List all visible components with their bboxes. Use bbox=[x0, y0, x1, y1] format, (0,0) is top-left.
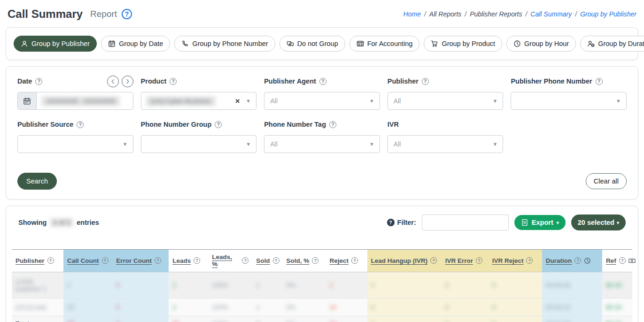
totals-cell-reject: 60 bbox=[326, 316, 367, 322]
phone-number-group-input[interactable]: ▼ bbox=[141, 135, 257, 153]
totals-cell-sold: 0 bbox=[252, 316, 282, 322]
help-icon[interactable]: ? bbox=[312, 257, 318, 264]
totals-cell-call-count: 60 bbox=[63, 316, 112, 322]
column-label: Publisher bbox=[16, 257, 45, 264]
column-label: Ref bbox=[606, 257, 616, 264]
breadcrumb-item-group-by-publisher[interactable]: Group by Publisher bbox=[580, 10, 636, 18]
toolbar-button-label: Group by Date bbox=[119, 40, 163, 47]
clear-selection-icon[interactable]: ✕ bbox=[235, 98, 240, 105]
help-icon[interactable]: ? bbox=[476, 257, 482, 264]
filter-label-text: Publisher Agent bbox=[264, 77, 316, 85]
date-next-button[interactable] bbox=[122, 76, 133, 87]
cell-value: 0 bbox=[445, 304, 449, 311]
product-input[interactable]: [141] Cyber Business✕▼ bbox=[141, 92, 257, 110]
help-icon[interactable]: ? bbox=[329, 121, 336, 128]
breadcrumb-separator: / bbox=[575, 10, 577, 18]
column-header-lead-hangup-ivr[interactable]: Lead Hangup (IVR)? bbox=[367, 250, 442, 272]
help-icon[interactable]: ? bbox=[273, 257, 279, 264]
totals-cell-ivr-reject: 0 bbox=[489, 316, 542, 322]
publisher-agent-input[interactable]: All▼ bbox=[264, 92, 380, 110]
cell-error-count: 0 bbox=[112, 272, 169, 299]
column-header-ivr-reject[interactable]: IVR Reject? bbox=[489, 250, 542, 272]
help-icon[interactable]: ? bbox=[155, 257, 161, 264]
toolbar-button-group-by-date[interactable]: Group by Date bbox=[101, 36, 170, 52]
help-icon[interactable]: ? bbox=[170, 78, 177, 85]
help-icon[interactable]: ? bbox=[194, 257, 200, 264]
cell-sold: 1 bbox=[252, 299, 282, 316]
column-header-ref[interactable]: Ref? bbox=[602, 250, 632, 272]
publisher-input[interactable]: All▼ bbox=[388, 92, 504, 110]
help-icon[interactable]: ? bbox=[35, 78, 42, 85]
table-filter-input[interactable] bbox=[422, 215, 509, 230]
publisher-source-input[interactable]: ▼ bbox=[17, 135, 133, 153]
column-header-duration[interactable]: Duration? bbox=[542, 250, 602, 272]
column-header-ivr-error[interactable]: IVR Error? bbox=[442, 250, 489, 272]
filter-help-icon[interactable]: ? bbox=[387, 219, 395, 226]
date-input[interactable]: 10/23/2025 - 10/23/2025 bbox=[17, 92, 133, 110]
cell-value: 2 bbox=[172, 304, 176, 311]
export-button[interactable]: Export ▾ bbox=[514, 215, 566, 230]
chevron-down-icon[interactable]: ▼ bbox=[369, 98, 374, 104]
toolbar-button-for-accounting[interactable]: For Accounting bbox=[349, 36, 420, 52]
column-header-call-count[interactable]: Call Count? bbox=[63, 250, 112, 272]
title-help-icon[interactable]: ? bbox=[122, 9, 132, 19]
totals-cell-error-count: 0 bbox=[112, 316, 169, 322]
search-button[interactable]: Search bbox=[17, 173, 57, 190]
help-icon[interactable]: ? bbox=[596, 78, 603, 85]
column-header-error-count[interactable]: Error Count? bbox=[112, 250, 169, 272]
toolbar-button-label: Group by Hour bbox=[524, 40, 569, 47]
clear-all-button[interactable]: Clear all bbox=[586, 173, 627, 189]
column-header-leads[interactable]: Leads? bbox=[169, 250, 208, 272]
help-icon[interactable]: ? bbox=[319, 78, 326, 85]
breadcrumb: Home/All Reports/Publisher Reports/Call … bbox=[403, 8, 636, 18]
column-header-sold[interactable]: Sold, %? bbox=[282, 250, 326, 272]
cell-value: 0 bbox=[371, 320, 375, 322]
filter-label-text: Product bbox=[141, 77, 167, 85]
date-prev-button[interactable] bbox=[107, 76, 119, 87]
column-header-sold[interactable]: Sold? bbox=[252, 250, 282, 272]
column-header-leads[interactable]: Leads, %? bbox=[208, 250, 252, 272]
help-icon[interactable]: ? bbox=[619, 257, 626, 264]
phone-number-tag-input[interactable]: All▼ bbox=[264, 135, 380, 153]
toolbar-button-group-by-phone-number[interactable]: Group by Phone Number bbox=[174, 36, 275, 52]
filter-grid: Date?10/23/2025 - 10/23/2025Product?[141… bbox=[17, 75, 627, 153]
cell-publisher: [1012] web bbox=[12, 299, 63, 316]
cell-lead-hangup-ivr: 0 bbox=[367, 299, 442, 316]
chevron-down-icon[interactable]: ▼ bbox=[493, 98, 498, 104]
cell-value: $0.00 bbox=[606, 282, 622, 289]
help-icon[interactable]: ? bbox=[102, 257, 109, 264]
toolbar-button-group-by-hour[interactable]: Group by Hour bbox=[506, 36, 576, 52]
help-icon[interactable]: ? bbox=[215, 121, 222, 128]
help-icon[interactable]: ? bbox=[77, 121, 84, 128]
chevron-down-icon[interactable]: ▼ bbox=[369, 141, 374, 147]
banknote-icon bbox=[628, 257, 636, 264]
columns-selected-button[interactable]: 20 selected ▾ bbox=[571, 215, 626, 230]
export-label: Export bbox=[532, 219, 553, 226]
ivr-input[interactable]: All▼ bbox=[388, 135, 504, 153]
chevron-down-icon[interactable]: ▼ bbox=[493, 141, 498, 147]
help-icon[interactable]: ? bbox=[574, 257, 581, 264]
chevron-down-icon[interactable]: ▼ bbox=[616, 98, 621, 104]
help-icon[interactable]: ? bbox=[526, 257, 533, 264]
breadcrumb-item-call-summary[interactable]: Call Summary bbox=[530, 10, 572, 18]
breadcrumb-item-home[interactable]: Home bbox=[403, 10, 421, 18]
filter-label-text: Phone Number Group bbox=[141, 121, 212, 128]
column-header-reject[interactable]: Reject? bbox=[326, 250, 367, 272]
help-icon[interactable]: ? bbox=[430, 257, 437, 264]
toolbar-button-do-not-group[interactable]: Do not Group bbox=[279, 36, 345, 52]
help-icon[interactable]: ? bbox=[47, 257, 54, 264]
chevron-down-icon[interactable]: ▼ bbox=[123, 141, 128, 147]
chevron-down-icon[interactable]: ▼ bbox=[246, 141, 251, 147]
cell-value: $0.00 bbox=[606, 304, 622, 311]
toolbar-button-group-by-duration[interactable]: Group by Duration bbox=[580, 36, 644, 52]
cell-value: 0 bbox=[445, 282, 449, 289]
toolbar-button-group-by-publisher[interactable]: Group by Publisher bbox=[14, 36, 97, 52]
toolbar-button-group-by-product[interactable]: Group by Product bbox=[424, 36, 502, 52]
help-icon[interactable]: ? bbox=[242, 257, 248, 264]
column-header-publisher[interactable]: Publisher? bbox=[12, 250, 63, 272]
calendar-icon[interactable] bbox=[18, 92, 37, 109]
chevron-down-icon[interactable]: ▼ bbox=[246, 98, 251, 104]
help-icon[interactable]: ? bbox=[422, 78, 429, 85]
help-icon[interactable]: ? bbox=[351, 257, 358, 264]
publisher-phone-number-input[interactable]: ▼ bbox=[511, 92, 627, 110]
